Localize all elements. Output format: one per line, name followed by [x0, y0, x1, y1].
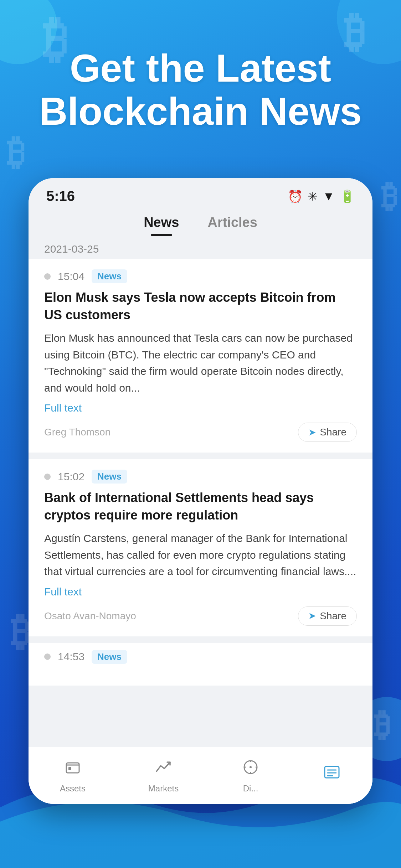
- alarm-icon: ⏰: [288, 189, 303, 203]
- news-tag-3: News: [92, 650, 127, 664]
- news-tag-1: News: [92, 269, 127, 283]
- news-item-1: 15:04 News Elon Musk says Tesla now acce…: [29, 259, 372, 453]
- news-body-1: Elon Musk has announced that Tesla cars …: [44, 330, 357, 396]
- share-button-2[interactable]: ➤ Share: [298, 606, 357, 626]
- bluetooth-icon: ✳: [308, 189, 318, 203]
- content-area: 2021-03-25 15:04 News Elon Musk says Tes…: [29, 236, 372, 783]
- news-meta-2: 15:02 News: [44, 470, 357, 484]
- news-dot-1: [44, 273, 51, 280]
- bg-icon-bitcoin-6: ₿: [374, 707, 390, 743]
- bg-icon-bitcoin-3: ₿: [7, 132, 25, 173]
- nav-markets[interactable]: Markets: [148, 758, 179, 794]
- news-time-3: 14:53: [58, 651, 84, 663]
- news-body-2: Agustín Carstens, general manager of the…: [44, 530, 357, 580]
- discover-icon: [241, 758, 260, 781]
- hero-section: Get the Latest Blockchain News: [0, 46, 401, 133]
- assets-label: Assets: [60, 784, 86, 794]
- nav-news-tab[interactable]: [323, 763, 341, 789]
- share-icon-2: ➤: [308, 610, 316, 621]
- news-fulltext-1[interactable]: Full text: [44, 402, 357, 414]
- bg-icon-bitcoin-4: ₿: [381, 178, 397, 215]
- tabs-bar: News Articles: [29, 208, 372, 236]
- hero-title: Get the Latest Blockchain News: [21, 46, 380, 133]
- wifi-icon: ▼: [323, 189, 335, 203]
- news-meta-1: 15:04 News: [44, 269, 357, 283]
- news-fulltext-2[interactable]: Full text: [44, 586, 357, 598]
- news-time-2: 15:02: [58, 471, 84, 483]
- battery-icon: 🔋: [340, 189, 355, 203]
- news-item-2: 15:02 News Bank of International Settlem…: [29, 459, 372, 636]
- share-icon-1: ➤: [308, 427, 316, 438]
- news-footer-2: Osato Avan-Nomayo ➤ Share: [44, 606, 357, 626]
- status-icons: ⏰ ✳ ▼ 🔋: [288, 189, 355, 203]
- svg-rect-1: [68, 767, 71, 770]
- hero-line2: Blockchain News: [39, 89, 362, 133]
- news-footer-1: Greg Thomson ➤ Share: [44, 423, 357, 442]
- date-header: 2021-03-25: [29, 236, 372, 259]
- news-time-1: 15:04: [58, 270, 84, 283]
- news-meta-3: 14:53 News: [44, 650, 357, 664]
- svg-rect-0: [66, 763, 79, 773]
- svg-point-3: [250, 766, 252, 768]
- news-author-1: Greg Thomson: [44, 427, 110, 438]
- tab-articles[interactable]: Articles: [207, 215, 257, 236]
- news-nav-icon: [323, 763, 341, 786]
- nav-assets[interactable]: Assets: [60, 758, 86, 794]
- news-author-2: Osato Avan-Nomayo: [44, 610, 136, 622]
- status-bar: 5:16 ⏰ ✳ ▼ 🔋: [29, 178, 372, 208]
- markets-icon: [154, 758, 173, 781]
- hero-line1: Get the Latest: [70, 46, 331, 90]
- news-dot-2: [44, 474, 51, 480]
- tab-news[interactable]: News: [144, 215, 179, 236]
- news-title-1: Elon Musk says Tesla now accepts Bitcoin…: [44, 289, 357, 324]
- bottom-nav: Assets Markets D: [29, 747, 372, 804]
- news-dot-3: [44, 653, 51, 660]
- share-button-1[interactable]: ➤ Share: [298, 423, 357, 442]
- markets-label: Markets: [148, 784, 179, 794]
- news-item-3-partial: 14:53 News: [29, 643, 372, 686]
- news-tag-2: News: [92, 470, 127, 484]
- bg-icon-bitcoin-5: ₿: [11, 609, 30, 654]
- discover-label: Di...: [243, 784, 258, 794]
- nav-discover[interactable]: Di...: [241, 758, 260, 794]
- assets-icon: [63, 758, 82, 781]
- phone-mockup: 5:16 ⏰ ✳ ▼ 🔋 News Articles 2021-03-25 15…: [29, 178, 372, 804]
- news-title-2: Bank of International Settlements head s…: [44, 489, 357, 524]
- status-time: 5:16: [46, 188, 75, 204]
